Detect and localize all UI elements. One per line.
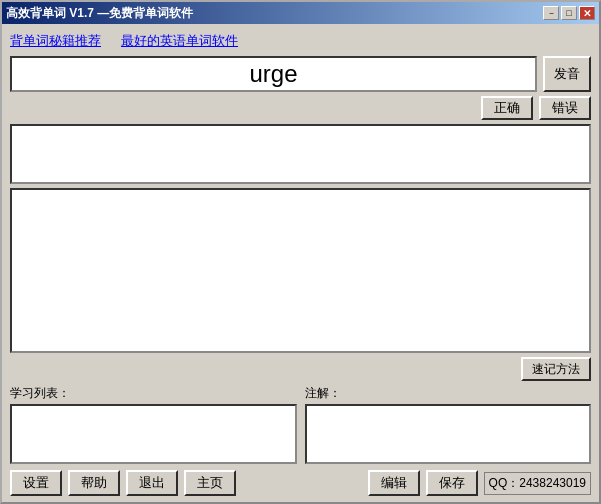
minimize-button[interactable]: － xyxy=(543,6,559,20)
word-row: urge 发音 xyxy=(10,56,591,92)
close-button[interactable]: ✕ xyxy=(579,6,595,20)
study-list-textarea[interactable] xyxy=(10,404,297,464)
study-list-label: 学习列表： xyxy=(10,385,297,402)
window-controls: － □ ✕ xyxy=(543,6,595,20)
maximize-button[interactable]: □ xyxy=(561,6,577,20)
main-window: 高效背单词 V1.7 —免费背单词软件 － □ ✕ 背单词秘籍推荐 最好的英语单… xyxy=(0,0,601,504)
study-list-col: 学习列表： xyxy=(10,385,297,464)
answer-row: 正确 错误 xyxy=(10,96,591,120)
definition-bottom-area[interactable] xyxy=(10,188,591,353)
qq-info: QQ：2438243019 xyxy=(484,472,591,495)
top-links-bar: 背单词秘籍推荐 最好的英语单词软件 xyxy=(10,30,591,52)
note-col: 注解： xyxy=(305,385,592,464)
link-best-software[interactable]: 最好的英语单词软件 xyxy=(121,32,238,50)
wrong-button[interactable]: 错误 xyxy=(539,96,591,120)
pronounce-button[interactable]: 发音 xyxy=(543,56,591,92)
settings-button[interactable]: 设置 xyxy=(10,470,62,496)
content-area: 背单词秘籍推荐 最好的英语单词软件 urge 发音 正确 错误 速记方法 xyxy=(2,24,599,502)
current-word: urge xyxy=(249,60,297,88)
help-button[interactable]: 帮助 xyxy=(68,470,120,496)
note-textarea[interactable] xyxy=(305,404,592,464)
note-label: 注解： xyxy=(305,385,592,402)
bottom-buttons-row: 设置 帮助 退出 主页 编辑 保存 QQ：2438243019 xyxy=(10,470,591,496)
edit-button[interactable]: 编辑 xyxy=(368,470,420,496)
exit-button[interactable]: 退出 xyxy=(126,470,178,496)
word-display: urge xyxy=(10,56,537,92)
bottom-section: 速记方法 学习列表： 注解： 设置 帮助 退出 主页 xyxy=(10,357,591,496)
save-button[interactable]: 保存 xyxy=(426,470,478,496)
window-title: 高效背单词 V1.7 —免费背单词软件 xyxy=(6,5,193,22)
two-col-area: 学习列表： 注解： xyxy=(10,385,591,464)
correct-button[interactable]: 正确 xyxy=(481,96,533,120)
speedmemo-row: 速记方法 xyxy=(10,357,591,381)
bottom-buttons-right: 编辑 保存 QQ：2438243019 xyxy=(368,470,591,496)
speedmemo-button[interactable]: 速记方法 xyxy=(521,357,591,381)
title-bar: 高效背单词 V1.7 —免费背单词软件 － □ ✕ xyxy=(2,2,599,24)
home-button[interactable]: 主页 xyxy=(184,470,236,496)
link-secrets[interactable]: 背单词秘籍推荐 xyxy=(10,32,101,50)
bottom-buttons-left: 设置 帮助 退出 主页 xyxy=(10,470,362,496)
definition-top-area[interactable] xyxy=(10,124,591,184)
